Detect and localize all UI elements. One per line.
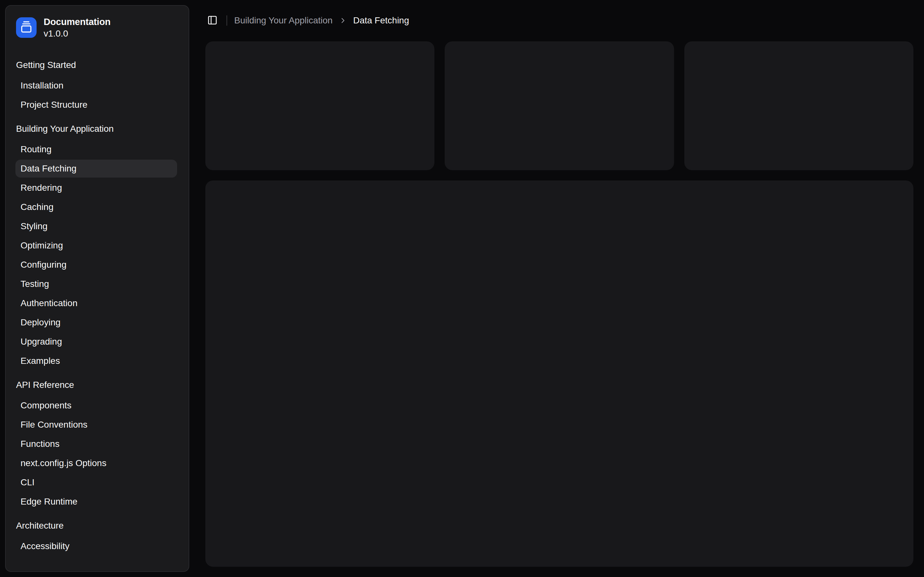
sidebar-group-label-api-reference[interactable]: API Reference [11, 375, 184, 395]
sidebar-group-architecture: ArchitectureAccessibility [11, 516, 184, 555]
breadcrumb: Building Your Application Data Fetching [234, 15, 409, 26]
sidebar-item-configuring[interactable]: Configuring [15, 256, 177, 274]
sidebar-item-next-config-js-options[interactable]: next.config.js Options [15, 454, 177, 472]
sidebar-item-routing[interactable]: Routing [15, 140, 177, 158]
placeholder-card [684, 41, 913, 170]
sidebar-toggle-button[interactable] [203, 11, 222, 30]
sidebar-item-project-structure[interactable]: Project Structure [15, 96, 177, 114]
sidebar-item-functions[interactable]: Functions [15, 435, 177, 453]
panel-left-icon [207, 15, 218, 26]
sidebar-item-styling[interactable]: Styling [15, 218, 177, 235]
sidebar-item-optimizing[interactable]: Optimizing [15, 237, 177, 255]
main-area: Building Your Application Data Fetching [194, 0, 924, 577]
chevron-right-icon [339, 16, 347, 25]
breadcrumb-current-page: Data Fetching [353, 15, 409, 26]
main-header: Building Your Application Data Fetching [194, 0, 924, 41]
sidebar-item-accessibility[interactable]: Accessibility [15, 537, 177, 555]
sidebar-group-building-your-application: Building Your ApplicationRoutingData Fet… [11, 119, 184, 370]
sidebar-item-data-fetching[interactable]: Data Fetching [15, 160, 177, 177]
sidebar-nav: Getting StartedInstallationProject Struc… [6, 44, 189, 555]
sidebar-group-getting-started: Getting StartedInstallationProject Struc… [11, 55, 184, 114]
placeholder-cards-row [205, 41, 913, 170]
sidebar-item-edge-runtime[interactable]: Edge Runtime [15, 493, 177, 511]
sidebar-group-label-architecture[interactable]: Architecture [11, 516, 184, 536]
app-identity: Documentation v1.0.0 [44, 16, 110, 39]
sidebar-group-api-reference: API ReferenceComponentsFile ConventionsF… [11, 375, 184, 511]
sidebar-item-file-conventions[interactable]: File Conventions [15, 416, 177, 434]
breadcrumb-parent-link[interactable]: Building Your Application [234, 15, 333, 26]
large-content-placeholder [205, 181, 913, 567]
app-logo [16, 17, 37, 38]
sidebar: Documentation v1.0.0 Getting StartedInst… [5, 5, 189, 572]
sidebar-item-deploying[interactable]: Deploying [15, 314, 177, 332]
placeholder-card [445, 41, 674, 170]
sidebar-item-authentication[interactable]: Authentication [15, 294, 177, 312]
app-title: Documentation [44, 16, 110, 28]
sidebar-group-label-building-your-application[interactable]: Building Your Application [11, 119, 184, 139]
sidebar-item-rendering[interactable]: Rendering [15, 179, 177, 197]
sidebar-item-components[interactable]: Components [15, 396, 177, 414]
sidebar-item-examples[interactable]: Examples [15, 352, 177, 370]
sidebar-header[interactable]: Documentation v1.0.0 [11, 11, 184, 44]
header-separator [226, 15, 227, 26]
page-content [194, 41, 924, 577]
sidebar-item-installation[interactable]: Installation [15, 77, 177, 95]
sidebar-item-upgrading[interactable]: Upgrading [15, 333, 177, 351]
sidebar-item-cli[interactable]: CLI [15, 474, 177, 492]
app-version: v1.0.0 [44, 28, 110, 39]
sidebar-item-caching[interactable]: Caching [15, 198, 177, 216]
placeholder-card [205, 41, 435, 170]
sidebar-group-label-getting-started[interactable]: Getting Started [11, 55, 184, 75]
gallery-vertical-end-icon [20, 21, 32, 34]
sidebar-item-testing[interactable]: Testing [15, 275, 177, 293]
